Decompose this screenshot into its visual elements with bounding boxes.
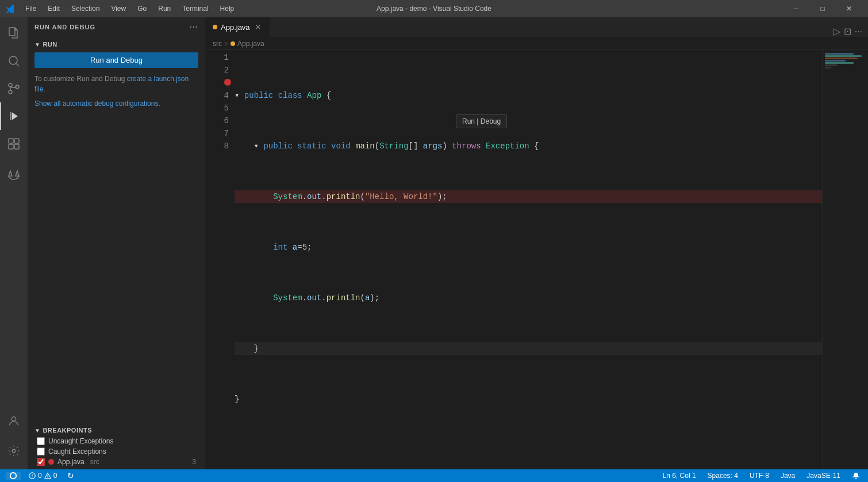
breadcrumb-file-icon: [231, 41, 235, 46]
minimap-line-4: [825, 60, 846, 62]
status-cursor-position[interactable]: Ln 6, Col 1: [660, 472, 698, 480]
minimap-line-7: [825, 67, 831, 68]
activity-explorer[interactable]: [0, 20, 28, 47]
code-editor[interactable]: 1 2 3 4 5 6 7 8 ▾ public class App { ▾ p…: [206, 50, 868, 469]
activity-account[interactable]: [0, 407, 28, 435]
menu-edit[interactable]: Edit: [43, 3, 64, 14]
run-title-label: RUN: [43, 41, 57, 48]
activity-test[interactable]: [0, 162, 28, 190]
line-number-7: 7: [206, 127, 229, 140]
menu-view[interactable]: View: [106, 3, 130, 14]
close-button[interactable]: ✕: [836, 0, 862, 17]
svg-point-3: [9, 83, 12, 87]
status-sync[interactable]: ↻: [65, 471, 76, 480]
tab-bar: App.java ✕ ▷ ⊡ ···: [206, 17, 868, 37]
encoding-label: UTF-8: [750, 472, 769, 480]
editor-area: App.java ✕ ▷ ⊡ ··· src > App.java 1: [206, 17, 868, 469]
more-editor-actions-icon[interactable]: ···: [855, 26, 862, 37]
breadcrumb-filename[interactable]: App.java: [231, 40, 264, 48]
run-and-debug-button[interactable]: Run and Debug: [34, 52, 198, 68]
status-language[interactable]: Java: [778, 472, 797, 480]
svg-point-16: [32, 477, 33, 478]
language-label: Java: [781, 472, 795, 480]
caught-exceptions-checkbox[interactable]: [37, 447, 45, 456]
breadcrumb-src[interactable]: src: [213, 40, 222, 48]
split-editor-icon[interactable]: ⊡: [844, 26, 851, 37]
minimize-button[interactable]: ─: [783, 0, 809, 17]
menu-go[interactable]: Go: [133, 3, 151, 14]
menu-file[interactable]: File: [21, 3, 41, 14]
svg-line-2: [17, 64, 20, 67]
status-remote[interactable]: [6, 472, 21, 480]
status-bar: 0 0 ↻ Ln 6, Col 1 Spaces: 4 UTF-8 Java J…: [0, 469, 868, 482]
svg-point-4: [9, 90, 12, 94]
warning-count: 0: [53, 472, 57, 480]
menu-selection[interactable]: Selection: [67, 3, 104, 14]
code-line-7: }: [235, 393, 822, 406]
minimap: [822, 50, 868, 469]
menu-run[interactable]: Run: [153, 3, 175, 14]
collapse-icon: ▼: [34, 41, 40, 48]
title-bar-left: File Edit Selection View Go Run Terminal…: [6, 3, 239, 14]
minimap-line-1: [825, 53, 854, 55]
status-javase[interactable]: JavaSE-11: [804, 472, 843, 480]
breakpoint-caught-exceptions: Caught Exceptions: [28, 446, 205, 457]
title-bar: File Edit Selection View Go Run Terminal…: [0, 0, 868, 17]
app-java-breakpoint-checkbox[interactable]: [37, 458, 45, 466]
javase-label: JavaSE-11: [806, 472, 840, 480]
breakpoints-title[interactable]: ▼ BREAKPOINTS: [28, 424, 205, 436]
warning-icon: [44, 472, 51, 479]
more-actions-icon[interactable]: ···: [189, 22, 198, 32]
run-section-title[interactable]: ▼ RUN: [34, 41, 198, 48]
activity-search[interactable]: [0, 47, 28, 75]
activity-bottom: [0, 407, 28, 469]
run-section: ▼ RUN Run and Debug To customize Run and…: [28, 36, 205, 112]
show-configs-link[interactable]: Show all automatic debug configurations.: [34, 100, 160, 108]
activity-extensions[interactable]: [0, 130, 28, 158]
uncaught-exceptions-checkbox[interactable]: [37, 437, 45, 445]
line-numbers: 1 2 3 4 5 6 7 8: [206, 50, 235, 469]
line-number-5: 5: [206, 102, 229, 114]
breadcrumb-separator-1: >: [224, 40, 228, 48]
svg-rect-0: [9, 28, 15, 36]
line-number-3: 3: [206, 76, 229, 89]
breakpoint-uncaught-exceptions: Uncaught Exceptions: [28, 436, 205, 446]
code-line-3: System.out.println("Hello, World!");: [235, 190, 822, 203]
tab-close-button[interactable]: ✕: [254, 22, 263, 32]
svg-point-12: [11, 417, 16, 421]
code-content[interactable]: ▾ public class App { ▾ public static voi…: [235, 50, 822, 469]
minimap-line-6: [825, 64, 837, 66]
activity-settings[interactable]: [0, 437, 28, 465]
code-line-2: ▾ public static void main(String[] args)…: [235, 140, 822, 152]
maximize-button[interactable]: □: [809, 0, 836, 17]
breakpoint-dot: [48, 459, 54, 465]
code-line-6: }: [235, 342, 822, 355]
tab-app-java[interactable]: App.java ✕: [206, 17, 270, 37]
error-icon: [29, 472, 36, 479]
menu-help[interactable]: Help: [216, 3, 239, 14]
svg-point-13: [12, 449, 16, 453]
status-notification[interactable]: [850, 472, 862, 480]
run-icon[interactable]: ▷: [834, 26, 840, 37]
svg-rect-8: [9, 139, 13, 143]
code-line-8: [235, 443, 822, 456]
activity-source-control[interactable]: [0, 75, 28, 102]
breakpoint-filename: App.java: [57, 458, 85, 466]
sidebar-header-icons: ···: [189, 22, 198, 32]
menu-terminal[interactable]: Terminal: [178, 3, 213, 14]
spaces-label: Spaces: 4: [708, 472, 738, 480]
svg-rect-11: [14, 144, 19, 149]
status-spaces[interactable]: Spaces: 4: [705, 472, 740, 480]
status-errors-warnings[interactable]: 0 0: [26, 472, 59, 480]
activity-run-debug[interactable]: [0, 102, 28, 130]
code-line-4: int a=5;: [235, 241, 822, 254]
status-encoding[interactable]: UTF-8: [747, 472, 771, 480]
breakpoint-path: src: [90, 458, 99, 466]
activity-bar: [0, 17, 28, 469]
breakpoint-circle: [224, 79, 231, 86]
line-number-1: 1: [206, 51, 229, 64]
code-line-5: System.out.println(a);: [235, 292, 822, 304]
svg-point-1: [9, 56, 17, 64]
breakpoints-label: BREAKPOINTS: [43, 427, 92, 434]
breadcrumb-file-label: App.java: [237, 40, 264, 48]
